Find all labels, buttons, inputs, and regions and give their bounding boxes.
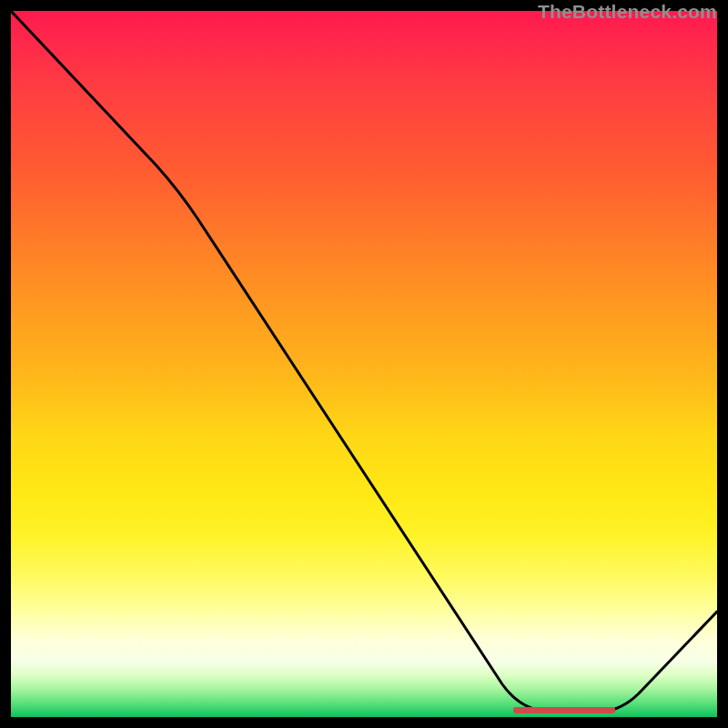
trough-marker: [513, 707, 615, 713]
watermark-text: TheBottleneck.com: [538, 1, 717, 23]
line-curve: [11, 11, 717, 717]
plot-gradient-area: [11, 11, 717, 717]
chart-container: TheBottleneck.com: [0, 0, 728, 728]
